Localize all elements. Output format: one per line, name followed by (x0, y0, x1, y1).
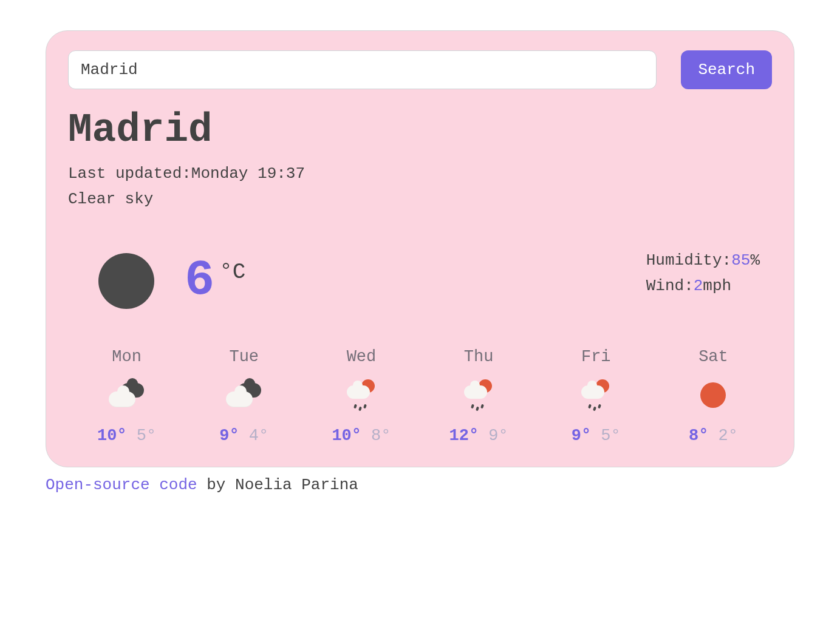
forecast-day-label: Tue (185, 348, 302, 366)
search-row: Search (68, 50, 772, 89)
showers-icon (302, 378, 420, 412)
city-search-input[interactable] (68, 50, 657, 89)
clouds-icon (68, 378, 185, 412)
moon-icon (98, 253, 154, 309)
search-button[interactable]: Search (681, 50, 772, 89)
wind-label: Wind: (646, 277, 694, 295)
last-updated-label: Last updated: (68, 164, 191, 183)
forecast-day-label: Wed (302, 348, 420, 366)
current-row: 6 °C Humidity:85% Wind:2mph (68, 253, 772, 309)
forecast-row: Mon 10°5° Tue 9°4° Wed 10°8° Thu 12°9° F… (68, 348, 772, 445)
forecast-lo: 4° (249, 427, 268, 445)
forecast-day-label: Mon (68, 348, 185, 366)
forecast-hi: 10° (332, 427, 361, 445)
last-updated-value: Monday 19:37 (191, 164, 305, 183)
meta-block: Last updated:Monday 19:37 Clear sky (68, 161, 772, 212)
footer: Open-source code by Noelia Parina (46, 476, 794, 494)
weather-card: Search Madrid Last updated:Monday 19:37 … (46, 30, 794, 467)
forecast-day: Tue 9°4° (185, 348, 302, 445)
forecast-day-label: Thu (420, 348, 538, 366)
author-text: by Noelia Parina (197, 476, 358, 494)
forecast-lo: 5° (137, 427, 156, 445)
source-code-link[interactable]: Open-source code (46, 476, 197, 494)
forecast-day: Wed 10°8° (302, 348, 420, 445)
forecast-day: Mon 10°5° (68, 348, 185, 445)
humidity-suffix: % (750, 251, 760, 269)
clouds-icon (185, 378, 302, 412)
city-heading: Madrid (68, 107, 772, 153)
sun-icon (655, 378, 772, 412)
forecast-hi: 9° (219, 427, 239, 445)
forecast-lo: 8° (371, 427, 391, 445)
current-details: Humidity:85% Wind:2mph (646, 248, 772, 309)
forecast-day-label: Fri (538, 348, 655, 366)
wind-value: 2 (694, 277, 703, 295)
showers-icon (538, 378, 655, 412)
condition-text: Clear sky (68, 187, 772, 212)
forecast-day: Sat 8°2° (655, 348, 772, 445)
temperature-unit: °C (219, 260, 245, 285)
forecast-hi: 12° (449, 427, 479, 445)
forecast-lo: 9° (488, 427, 508, 445)
temperature-value: 6 (185, 256, 214, 306)
forecast-lo: 2° (718, 427, 737, 445)
forecast-day-label: Sat (655, 348, 772, 366)
forecast-day: Thu 12°9° (420, 348, 538, 445)
current-left: 6 °C (68, 253, 646, 309)
forecast-hi: 8° (689, 427, 708, 445)
showers-icon (420, 378, 538, 412)
forecast-hi: 10° (97, 427, 127, 445)
forecast-lo: 5° (601, 427, 620, 445)
temperature-block: 6 °C (185, 256, 245, 306)
humidity-value: 85 (731, 251, 750, 269)
forecast-day: Fri 9°5° (538, 348, 655, 445)
wind-suffix: mph (703, 277, 731, 295)
humidity-label: Humidity: (646, 251, 731, 269)
forecast-hi: 9° (572, 427, 591, 445)
